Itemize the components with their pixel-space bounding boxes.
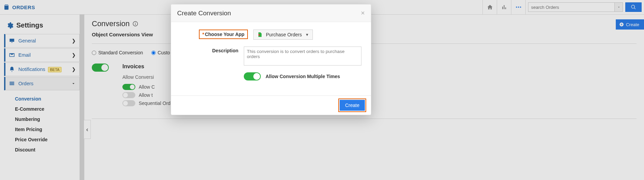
allow-multiple-label: Allow Conversion Multiple Times: [266, 74, 340, 79]
create-button[interactable]: Create: [340, 100, 365, 111]
allow-multiple-toggle[interactable]: [244, 72, 261, 80]
modal-title: Create Conversion: [177, 10, 361, 17]
choose-app-label: *Choose Your App: [199, 30, 248, 39]
form-row-choose-app: *Choose Your App Purchase Orders ▼: [179, 30, 363, 40]
modal-header: Create Conversion ×: [171, 4, 371, 22]
description-textarea[interactable]: This conversion is to convert orders to …: [244, 47, 361, 66]
form-row-description: Description This conversion is to conver…: [179, 47, 363, 66]
caret-down-icon: ▼: [305, 33, 309, 37]
document-icon: [257, 32, 262, 37]
close-button[interactable]: ×: [361, 9, 365, 17]
create-conversion-modal: Create Conversion × *Choose Your App Pur…: [171, 4, 371, 115]
form-row-allow-multiple: Allow Conversion Multiple Times: [179, 72, 363, 80]
choose-app-value: Purchase Orders: [266, 32, 302, 37]
choose-app-dropdown[interactable]: Purchase Orders ▼: [253, 30, 313, 40]
modal-footer: Create: [171, 95, 371, 115]
description-label: Description: [179, 47, 244, 53]
